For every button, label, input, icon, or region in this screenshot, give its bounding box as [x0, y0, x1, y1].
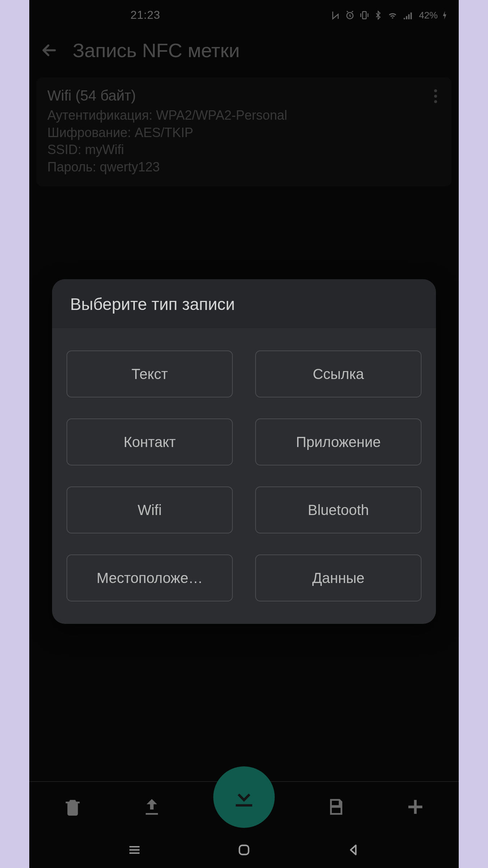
home-icon [237, 843, 251, 857]
write-fab[interactable] [213, 766, 275, 828]
nav-recents[interactable] [124, 839, 145, 861]
option-label: Контакт [124, 434, 176, 450]
upload-button[interactable] [134, 789, 170, 825]
download-icon [230, 783, 258, 811]
upload-icon [141, 796, 162, 817]
dialog-body: Текст Ссылка Контакт Приложение Wifi Blu… [52, 328, 436, 624]
option-contact[interactable]: Контакт [67, 418, 233, 465]
delete-button[interactable] [55, 789, 91, 825]
option-text[interactable]: Текст [67, 350, 233, 397]
option-label: Данные [312, 570, 365, 586]
svg-rect-5 [239, 845, 248, 854]
bottom-action-bar [29, 781, 459, 832]
option-app[interactable]: Приложение [255, 418, 421, 465]
option-label: Ссылка [313, 366, 364, 382]
dialog-header: Выберите тип записи [52, 279, 436, 328]
option-label: Местоположе… [97, 570, 203, 586]
record-type-dialog: Выберите тип записи Текст Ссылка Контакт… [52, 279, 436, 624]
save-icon [326, 796, 347, 817]
option-bluetooth[interactable]: Bluetooth [255, 486, 421, 533]
nav-home[interactable] [233, 839, 255, 861]
option-data[interactable]: Данные [255, 554, 421, 601]
option-label: Приложение [296, 434, 381, 450]
option-location[interactable]: Местоположе… [67, 554, 233, 601]
nav-back[interactable] [343, 839, 364, 861]
option-label: Bluetooth [308, 502, 369, 518]
option-label: Текст [132, 366, 168, 382]
plus-icon [405, 796, 426, 817]
save-button[interactable] [318, 789, 354, 825]
recents-icon [127, 842, 142, 858]
add-button[interactable] [397, 789, 433, 825]
dialog-title: Выберите тип записи [70, 294, 418, 314]
option-link[interactable]: Ссылка [255, 350, 421, 397]
system-nav-bar [29, 832, 459, 868]
option-wifi[interactable]: Wifi [67, 486, 233, 533]
back-icon [347, 843, 360, 857]
option-label: Wifi [138, 502, 162, 518]
trash-icon [62, 796, 83, 817]
